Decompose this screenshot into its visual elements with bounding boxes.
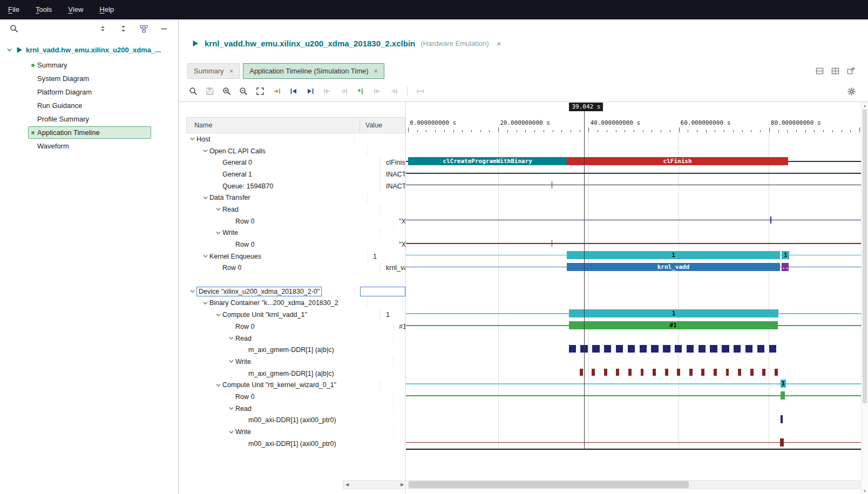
search-icon[interactable] bbox=[9, 23, 19, 34]
toolbar-zoom-fit-icon[interactable] bbox=[253, 84, 267, 98]
transfer-pulse[interactable] bbox=[628, 369, 632, 376]
table-row[interactable]: Compute Unit "rtl_kernel_wizard_0_1" bbox=[186, 379, 405, 391]
toolbar-go-to-time-icon[interactable] bbox=[270, 84, 284, 98]
menu-item-tools[interactable]: Tools bbox=[28, 0, 60, 19]
toolbar-next-transition-icon[interactable] bbox=[303, 84, 317, 98]
tree-root-item[interactable]: krnl_vadd.hw_emu.xilinx_u200_xdma_... bbox=[0, 42, 178, 58]
scroll-left-icon[interactable]: ◀ bbox=[343, 481, 351, 489]
transfer-pulse[interactable] bbox=[616, 345, 623, 353]
toolbar-previous-transition-icon[interactable] bbox=[287, 84, 301, 98]
table-row[interactable]: m00_axi-DDR[1] (axi00_ptr0) bbox=[186, 415, 405, 427]
tab-summary[interactable]: Summary× bbox=[187, 63, 240, 79]
expand-chevron-icon[interactable] bbox=[214, 231, 222, 235]
table-row[interactable]: General 1INACTIVE bbox=[186, 168, 405, 180]
transfer-pulse[interactable] bbox=[769, 345, 776, 353]
menu-item-file[interactable]: File bbox=[0, 0, 28, 19]
transfer-pulse[interactable] bbox=[710, 345, 717, 353]
minimize-icon[interactable] bbox=[159, 23, 169, 34]
transfer-pulse[interactable] bbox=[651, 345, 658, 353]
flow-navigation-icon[interactable] bbox=[138, 23, 149, 34]
table-row[interactable]: m_axi_gmem-DDR[1] (a|b|c) bbox=[186, 344, 405, 356]
sidebar-item-application-timeline[interactable]: Application Timeline bbox=[0, 126, 178, 139]
expand-chevron-icon[interactable] bbox=[214, 207, 222, 211]
transfer-pulse[interactable] bbox=[775, 369, 778, 376]
expand-chevron-icon[interactable] bbox=[201, 254, 209, 258]
value-edit-box[interactable] bbox=[360, 287, 405, 296]
transfer-pulse[interactable] bbox=[653, 369, 656, 376]
transfer-pulse[interactable] bbox=[592, 369, 595, 376]
collapse-all-icon[interactable] bbox=[118, 23, 128, 34]
table-row[interactable]: Read bbox=[186, 204, 405, 215]
transfer-pulse[interactable] bbox=[592, 345, 599, 353]
document-close-icon[interactable]: × bbox=[497, 39, 501, 48]
transfer-pulse[interactable] bbox=[675, 345, 682, 353]
transfer-pulse[interactable] bbox=[580, 369, 583, 376]
expand-chevron-icon[interactable] bbox=[214, 313, 222, 317]
transfer-pulse[interactable] bbox=[701, 369, 704, 376]
toolbar-cursor-next-icon[interactable] bbox=[387, 84, 401, 98]
column-header-value[interactable]: Value bbox=[360, 118, 405, 133]
table-row[interactable]: Row 0 bbox=[186, 391, 405, 403]
table-row[interactable]: Device "xilinx_u200_xdma_201830_2-0" bbox=[186, 286, 405, 297]
wave-bar[interactable]: #1 bbox=[569, 321, 778, 329]
sidebar-item-profile-summary[interactable]: Profile Summary bbox=[0, 112, 178, 126]
sidebar-item-system-diagram[interactable]: System Diagram bbox=[0, 72, 178, 85]
table-row[interactable]: Row 0krnl_vadd bbox=[186, 262, 405, 274]
toolbar-search-icon[interactable] bbox=[186, 84, 200, 98]
sidebar-item-waveform[interactable]: Waveform bbox=[0, 139, 178, 153]
vertical-scroll-thumb[interactable] bbox=[863, 109, 867, 403]
table-row[interactable]: General 0clFinish bbox=[186, 157, 405, 168]
toolbar-zoom-in-icon[interactable] bbox=[220, 84, 234, 98]
sidebar-item-summary[interactable]: Summary bbox=[0, 58, 178, 72]
expand-chevron-icon[interactable] bbox=[227, 336, 235, 340]
transfer-pulse[interactable] bbox=[687, 345, 694, 353]
scroll-right-icon[interactable]: ▶ bbox=[398, 481, 406, 489]
transfer-pulse[interactable] bbox=[569, 345, 576, 353]
horizontal-scroll-thumb[interactable] bbox=[409, 481, 689, 488]
transfer-pulse[interactable] bbox=[665, 369, 668, 376]
expand-chevron-icon[interactable] bbox=[227, 407, 235, 410]
wave-bar[interactable]: 1 bbox=[567, 251, 780, 259]
wave-bar[interactable] bbox=[781, 391, 785, 400]
transfer-pulse[interactable] bbox=[604, 345, 611, 353]
wave-bar[interactable]: 1 bbox=[781, 380, 786, 388]
column-header-name[interactable]: Name bbox=[187, 118, 360, 133]
toolbar-next-marker-icon[interactable] bbox=[337, 84, 351, 98]
tab-close-icon[interactable]: × bbox=[374, 67, 378, 75]
expand-chevron-icon[interactable] bbox=[227, 360, 235, 363]
expand-chevron-icon[interactable] bbox=[227, 430, 235, 434]
layout-rows-icon[interactable] bbox=[814, 65, 825, 76]
transfer-pulse[interactable] bbox=[726, 369, 729, 376]
transfer-pulse[interactable] bbox=[699, 345, 706, 353]
cursor-time-label[interactable]: 39.042 s bbox=[569, 103, 603, 111]
table-row[interactable]: Kernel Enqueues1 bbox=[186, 251, 405, 262]
chevron-down-icon[interactable] bbox=[5, 44, 13, 55]
transfer-pulse[interactable] bbox=[738, 369, 741, 376]
table-row[interactable]: Read bbox=[186, 403, 405, 415]
transfer-pulse[interactable] bbox=[734, 345, 741, 353]
table-row[interactable]: Write bbox=[186, 426, 405, 438]
expand-chevron-icon[interactable] bbox=[201, 196, 209, 200]
toolbar-fit-interval-icon[interactable] bbox=[413, 84, 428, 98]
table-row[interactable]: m_axi_gmem-DDR[1] (a|b|c)active bbox=[186, 368, 405, 380]
transfer-pulse[interactable] bbox=[604, 369, 607, 376]
wave-bar[interactable]: clCreateProgramWithBinary bbox=[408, 157, 567, 165]
expand-chevron-icon[interactable] bbox=[188, 289, 196, 293]
wave-bar[interactable]: .. bbox=[782, 263, 789, 271]
sidebar-item-run-guidance[interactable]: Run Guidance bbox=[0, 99, 178, 112]
timeline-cursor[interactable] bbox=[584, 132, 585, 449]
transfer-pulse[interactable] bbox=[677, 369, 680, 376]
expand-chevron-icon[interactable] bbox=[214, 383, 222, 387]
toolbar-previous-marker-icon[interactable] bbox=[320, 84, 334, 98]
expand-chevron-icon[interactable] bbox=[188, 137, 196, 141]
wave-bar[interactable]: clFinish bbox=[567, 157, 788, 165]
scroll-up-icon[interactable]: ▲ bbox=[862, 102, 868, 109]
vertical-scrollbar[interactable]: ▲ ▼ bbox=[861, 102, 868, 494]
transfer-pulse[interactable] bbox=[757, 345, 764, 353]
table-row[interactable]: Read bbox=[186, 333, 405, 344]
transfer-pulse[interactable] bbox=[616, 369, 619, 376]
wave-bar[interactable]: 1 bbox=[782, 251, 789, 259]
transfer-pulse[interactable] bbox=[689, 369, 693, 376]
scroll-down-icon[interactable]: ▼ bbox=[862, 488, 868, 494]
tab-application-timeline-simulation-time[interactable]: Application Timeline (Simulation Time)× bbox=[243, 63, 384, 79]
